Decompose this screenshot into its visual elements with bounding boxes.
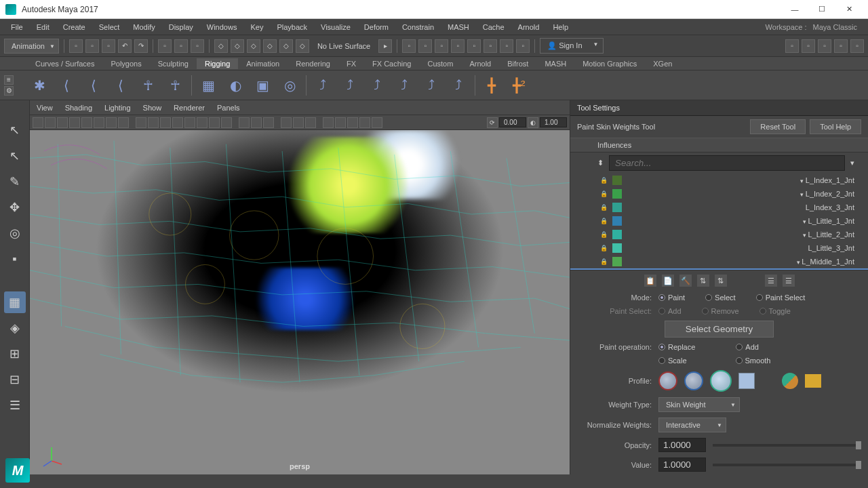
mode-select-radio[interactable]: Select [705,293,736,302]
show-influence-icon[interactable]: ⇅ [715,274,727,287]
menu-arnold[interactable]: Arnold [511,21,547,33]
lock-icon[interactable]: 🔒 [597,175,610,186]
snap-live-icon[interactable]: ◇ [279,39,293,53]
bind-skin-icon[interactable]: ╋ [479,73,504,98]
list-hier-icon[interactable]: ☰ [783,274,795,287]
scale-tool-icon[interactable]: ▪ [4,248,26,270]
vp-shaded-icon[interactable] [148,117,159,128]
weighttype-dropdown[interactable]: Skin Weight [658,397,740,412]
vp-exposure-field[interactable]: 0.00 [499,117,526,127]
vp-d-icon[interactable] [359,117,370,128]
shelf-tab-arnold[interactable]: Arnold [461,58,499,69]
menu-cache[interactable]: Cache [476,21,511,33]
menu-create[interactable]: Create [56,21,92,33]
vp-xjoint-icon[interactable] [263,117,274,128]
panel-editor-icon[interactable]: ▫ [785,39,799,53]
vp-menu-renderer[interactable]: Renderer [174,104,205,112]
value-slider[interactable] [713,464,861,466]
vp-iso-icon[interactable] [239,117,250,128]
new-scene-icon[interactable]: ▫ [69,39,83,53]
shelf-tab-animation[interactable]: Animation [238,58,288,69]
shelf-tab-fx-caching[interactable]: FX Caching [364,58,419,69]
live-surface-icon[interactable]: ▸ [378,39,392,53]
search-input[interactable] [609,155,845,171]
joint-tool-icon[interactable]: ✱ [27,73,52,98]
shelf-tab-bifrost[interactable]: Bifrost [499,58,536,69]
hypershade-icon[interactable]: ▫ [451,39,465,53]
joint-row[interactable]: 🔒L_Middle_1_Jnt [570,255,868,268]
menu-select[interactable]: Select [92,21,127,33]
vp-view-icon[interactable] [305,117,316,128]
minimize-button[interactable]: — [781,1,808,18]
render-view-icon[interactable]: ▫ [484,39,497,53]
layout-single-icon[interactable]: ◈ [4,317,26,339]
channelbox-icon[interactable]: ▫ [834,39,848,53]
vp-camera-icon[interactable] [33,117,43,128]
shelf-tab-mash[interactable]: MASH [536,58,574,69]
lock-icon[interactable]: 🔒 [597,229,610,240]
list-alpha-icon[interactable]: ☰ [765,274,777,287]
vp-gamma-icon[interactable] [293,117,304,128]
vp-aa-icon[interactable] [221,117,232,128]
lock-icon[interactable]: 🔒 [597,188,610,199]
select-tool-icon[interactable]: ↖ [4,119,26,141]
scale-constraint-icon[interactable]: ⤴ [392,73,416,98]
snap-point-icon[interactable]: ◇ [247,39,260,53]
menu-mash[interactable]: MASH [441,21,476,33]
profile-gaussian-icon[interactable] [658,371,677,390]
hammer-icon[interactable]: 🔨 [679,274,692,287]
opacity-slider[interactable] [713,444,861,447]
menu-file[interactable]: File [4,21,30,33]
shelf-tab-rendering[interactable]: Rendering [288,58,338,69]
open-icon[interactable]: ▫ [85,39,99,53]
wrap-icon[interactable]: ◎ [277,73,302,98]
sort-icon[interactable]: ⬍ [597,159,604,167]
vp-wire-icon[interactable] [136,117,146,128]
vp-safe-icon[interactable] [94,117,104,128]
menu-help[interactable]: Help [546,21,575,33]
vp-reload-icon[interactable]: ⟳ [487,117,498,128]
lock-icon[interactable]: 🔒 [597,243,610,253]
tool-help-button[interactable]: Tool Help [810,119,861,134]
vp-menu-shading[interactable]: Shading [65,104,92,112]
point-constraint-icon[interactable]: ⤴ [338,73,362,98]
shelf-tab-motion-graphics[interactable]: Motion Graphics [574,58,645,69]
snap-grid-icon[interactable]: ◇ [214,39,228,53]
menu-visualize[interactable]: Visualize [314,21,357,33]
paint-select-tool-icon[interactable]: ✎ [4,171,26,192]
menu-deform[interactable]: Deform [357,21,395,33]
shelf-menu-icon[interactable]: ≡ [4,75,14,85]
shelf-tab-sculpting[interactable]: Sculpting [150,58,197,69]
normalize-dropdown[interactable]: Interactive [658,418,726,432]
close-button[interactable]: ✕ [835,1,863,18]
skeleton-icon[interactable]: ☥ [136,73,160,98]
render-settings-icon[interactable]: ▫ [435,39,448,53]
joint-row[interactable]: 🔒L_Little_3_Jnt [570,241,868,255]
layout-four-icon[interactable]: ⊞ [4,343,26,365]
shelf-tab-rigging[interactable]: Rigging [197,58,238,69]
pole-constraint-icon[interactable]: ⤴ [446,73,471,98]
lasso-icon[interactable]: ▫ [174,39,188,53]
ipr-icon[interactable]: ▫ [418,39,432,53]
outliner-icon[interactable]: ▫ [802,39,815,53]
attribute-icon[interactable]: ▫ [818,39,831,53]
menu-edit[interactable]: Edit [30,21,56,33]
menu-constrain[interactable]: Constrain [395,21,441,33]
ik-spline-icon[interactable]: ⟨ [81,73,106,98]
vp-shadow-icon[interactable] [184,117,195,128]
maximize-button[interactable]: ☐ [808,1,835,18]
vp-menu-panels[interactable]: Panels [217,104,240,112]
playblast-icon[interactable]: ▫ [500,39,513,53]
op-add-radio[interactable]: Add [736,343,759,351]
outliner-toggle-icon[interactable]: ☰ [4,394,26,416]
undo-icon[interactable]: ↶ [118,39,132,53]
profile-square-icon[interactable] [738,373,755,389]
snap-curve-icon[interactable]: ◇ [231,39,244,53]
copy-weights-icon[interactable]: 📋 [644,274,656,287]
viewport-3d[interactable]: persp [30,130,570,474]
hik-icon[interactable]: ⟨ [108,73,133,98]
redo-icon[interactable]: ↷ [134,39,148,53]
detach-skin-icon[interactable]: ╋² [507,73,531,98]
joint-row[interactable]: 🔒L_Little_1_Jnt [570,214,868,228]
select-icon[interactable]: ▫ [158,39,172,53]
